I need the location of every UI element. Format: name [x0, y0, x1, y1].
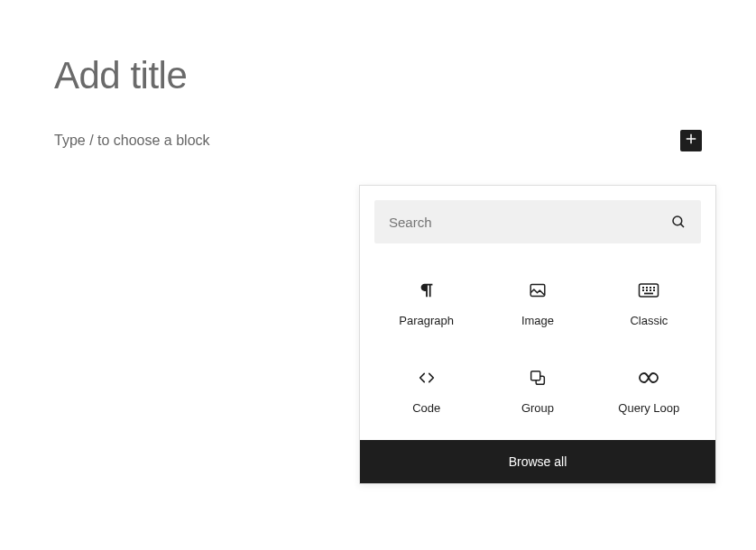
svg-rect-5 [640, 284, 659, 297]
add-block-button[interactable] [680, 130, 702, 151]
block-item-group[interactable]: Group [482, 360, 593, 422]
plus-icon [683, 131, 699, 151]
block-item-paragraph[interactable]: Paragraph [371, 272, 482, 335]
image-icon [528, 280, 548, 301]
svg-point-2 [673, 216, 682, 225]
paragraph-icon [417, 280, 437, 301]
block-inserter-panel: Paragraph Image [359, 185, 716, 484]
search-container [360, 186, 715, 258]
block-label: Code [412, 401, 440, 415]
browse-all-button[interactable]: Browse all [360, 440, 715, 483]
search-box [374, 200, 701, 243]
block-label: Classic [630, 314, 668, 327]
block-label: Group [521, 401, 554, 415]
code-icon [417, 367, 437, 389]
default-block-appender: Type / to choose a block [54, 130, 702, 151]
post-title-input[interactable]: Add title [54, 54, 702, 97]
svg-rect-15 [531, 371, 540, 380]
block-item-code[interactable]: Code [371, 360, 482, 422]
block-item-query-loop[interactable]: Query Loop [594, 360, 705, 422]
blocks-grid: Paragraph Image [360, 258, 715, 440]
keyboard-icon [638, 280, 659, 301]
group-icon [528, 367, 548, 389]
block-item-image[interactable]: Image [482, 272, 593, 335]
block-item-classic[interactable]: Classic [594, 272, 705, 335]
search-icon [670, 214, 687, 230]
search-input[interactable] [389, 215, 670, 230]
svg-line-3 [680, 224, 684, 227]
block-label: Paragraph [399, 314, 454, 327]
loop-icon [638, 367, 659, 389]
editor-canvas: Add title Type / to choose a block [0, 0, 756, 151]
block-label: Query Loop [618, 401, 679, 415]
block-prompt[interactable]: Type / to choose a block [54, 133, 210, 149]
block-label: Image [521, 314, 554, 327]
